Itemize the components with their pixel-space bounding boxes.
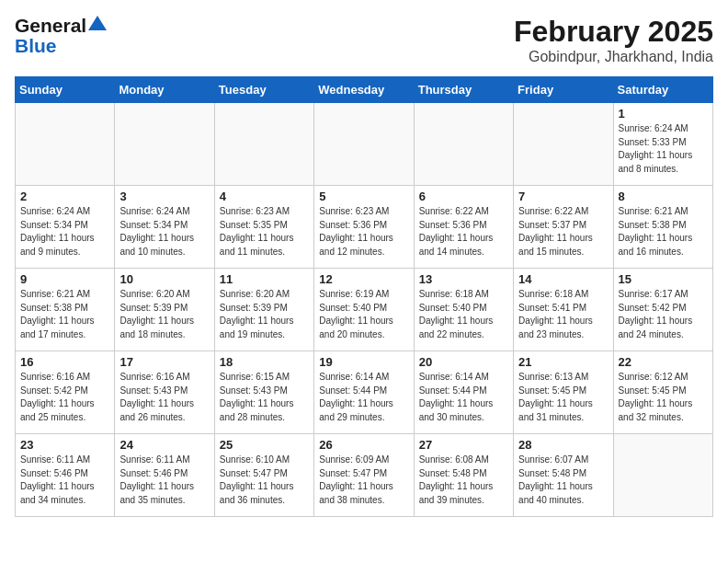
day-number: 15 <box>619 272 708 286</box>
calendar-cell <box>16 103 115 186</box>
day-detail: Sunrise: 6:16 AMSunset: 5:42 PMDaylight:… <box>20 371 109 424</box>
weekday-header-wednesday: Wednesday <box>314 77 414 103</box>
day-number: 25 <box>220 438 309 452</box>
day-detail: Sunrise: 6:17 AMSunset: 5:42 PMDaylight:… <box>619 288 708 341</box>
logo: General Blue <box>15 15 107 57</box>
day-number: 10 <box>119 272 209 286</box>
day-number: 14 <box>518 272 608 286</box>
day-detail: Sunrise: 6:18 AMSunset: 5:41 PMDaylight:… <box>518 288 608 341</box>
day-number: 8 <box>619 190 708 203</box>
day-detail: Sunrise: 6:18 AMSunset: 5:40 PMDaylight:… <box>419 288 508 341</box>
calendar-cell <box>115 103 214 186</box>
header: General Blue February 2025 Gobindpur, Jh… <box>15 15 713 65</box>
day-detail: Sunrise: 6:20 AMSunset: 5:39 PMDaylight:… <box>220 288 309 341</box>
day-number: 13 <box>419 272 508 286</box>
week-row-3: 9Sunrise: 6:21 AMSunset: 5:38 PMDaylight… <box>16 269 713 351</box>
day-detail: Sunrise: 6:15 AMSunset: 5:43 PMDaylight:… <box>220 371 309 424</box>
day-detail: Sunrise: 6:07 AMSunset: 5:48 PMDaylight:… <box>518 454 608 507</box>
day-number: 19 <box>319 355 408 369</box>
calendar-cell <box>613 434 712 517</box>
day-number: 23 <box>20 438 109 452</box>
day-number: 11 <box>220 272 309 286</box>
calendar-cell: 24Sunrise: 6:11 AMSunset: 5:46 PMDayligh… <box>115 434 214 517</box>
day-detail: Sunrise: 6:16 AMSunset: 5:43 PMDaylight:… <box>119 371 209 424</box>
week-row-1: 1Sunrise: 6:24 AMSunset: 5:33 PMDaylight… <box>16 103 713 186</box>
calendar-cell: 19Sunrise: 6:14 AMSunset: 5:44 PMDayligh… <box>314 351 414 434</box>
calendar-cell: 15Sunrise: 6:17 AMSunset: 5:42 PMDayligh… <box>613 269 712 351</box>
day-number: 12 <box>319 272 408 286</box>
week-row-5: 23Sunrise: 6:11 AMSunset: 5:46 PMDayligh… <box>16 434 713 517</box>
calendar-cell: 23Sunrise: 6:11 AMSunset: 5:46 PMDayligh… <box>16 434 115 517</box>
weekday-header-thursday: Thursday <box>414 77 513 103</box>
day-number: 22 <box>619 355 708 369</box>
calendar-cell <box>414 103 513 186</box>
calendar-cell: 21Sunrise: 6:13 AMSunset: 5:45 PMDayligh… <box>514 351 613 434</box>
day-number: 2 <box>20 190 109 203</box>
day-detail: Sunrise: 6:22 AMSunset: 5:37 PMDaylight:… <box>518 205 608 259</box>
calendar-cell: 10Sunrise: 6:20 AMSunset: 5:39 PMDayligh… <box>115 269 214 351</box>
calendar-cell: 25Sunrise: 6:10 AMSunset: 5:47 PMDayligh… <box>214 434 313 517</box>
weekday-header-sunday: Sunday <box>16 77 115 103</box>
day-detail: Sunrise: 6:24 AMSunset: 5:33 PMDaylight:… <box>619 122 708 176</box>
day-number: 20 <box>419 355 508 369</box>
day-number: 6 <box>419 190 508 203</box>
day-number: 26 <box>319 438 408 452</box>
day-number: 21 <box>518 355 608 369</box>
weekday-header-saturday: Saturday <box>613 77 712 103</box>
day-detail: Sunrise: 6:10 AMSunset: 5:47 PMDaylight:… <box>220 454 309 507</box>
calendar-cell <box>514 103 613 186</box>
calendar-cell: 12Sunrise: 6:19 AMSunset: 5:40 PMDayligh… <box>314 269 414 351</box>
calendar-cell <box>214 103 313 186</box>
day-detail: Sunrise: 6:23 AMSunset: 5:36 PMDaylight:… <box>319 205 408 259</box>
weekday-header-tuesday: Tuesday <box>214 77 313 103</box>
weekday-header-row: SundayMondayTuesdayWednesdayThursdayFrid… <box>16 77 713 103</box>
day-number: 18 <box>220 355 309 369</box>
calendar-cell: 18Sunrise: 6:15 AMSunset: 5:43 PMDayligh… <box>214 351 313 434</box>
calendar-cell: 17Sunrise: 6:16 AMSunset: 5:43 PMDayligh… <box>115 351 214 434</box>
day-detail: Sunrise: 6:23 AMSunset: 5:35 PMDaylight:… <box>220 205 309 259</box>
day-detail: Sunrise: 6:20 AMSunset: 5:39 PMDaylight:… <box>119 288 209 341</box>
week-row-4: 16Sunrise: 6:16 AMSunset: 5:42 PMDayligh… <box>16 351 713 434</box>
day-detail: Sunrise: 6:12 AMSunset: 5:45 PMDaylight:… <box>619 371 708 424</box>
calendar-cell: 7Sunrise: 6:22 AMSunset: 5:37 PMDaylight… <box>514 186 613 269</box>
day-detail: Sunrise: 6:24 AMSunset: 5:34 PMDaylight:… <box>119 205 209 259</box>
calendar-cell: 4Sunrise: 6:23 AMSunset: 5:35 PMDaylight… <box>214 186 313 269</box>
calendar-cell: 26Sunrise: 6:09 AMSunset: 5:47 PMDayligh… <box>314 434 414 517</box>
day-detail: Sunrise: 6:11 AMSunset: 5:46 PMDaylight:… <box>20 454 109 507</box>
calendar-cell: 6Sunrise: 6:22 AMSunset: 5:36 PMDaylight… <box>414 186 513 269</box>
calendar-cell: 28Sunrise: 6:07 AMSunset: 5:48 PMDayligh… <box>514 434 613 517</box>
calendar-cell: 1Sunrise: 6:24 AMSunset: 5:33 PMDaylight… <box>613 103 712 186</box>
day-number: 28 <box>518 438 608 452</box>
week-row-2: 2Sunrise: 6:24 AMSunset: 5:34 PMDaylight… <box>16 186 713 269</box>
calendar-cell: 27Sunrise: 6:08 AMSunset: 5:48 PMDayligh… <box>414 434 513 517</box>
calendar-cell: 2Sunrise: 6:24 AMSunset: 5:34 PMDaylight… <box>16 186 115 269</box>
day-number: 1 <box>619 107 708 121</box>
day-detail: Sunrise: 6:22 AMSunset: 5:36 PMDaylight:… <box>419 205 508 259</box>
day-number: 17 <box>119 355 209 369</box>
day-number: 9 <box>20 272 109 286</box>
day-number: 5 <box>319 190 408 203</box>
month-title: February 2025 <box>514 15 713 49</box>
calendar-cell: 22Sunrise: 6:12 AMSunset: 5:45 PMDayligh… <box>613 351 712 434</box>
day-number: 4 <box>220 190 309 203</box>
calendar-table: SundayMondayTuesdayWednesdayThursdayFrid… <box>15 76 713 517</box>
calendar-cell: 9Sunrise: 6:21 AMSunset: 5:38 PMDaylight… <box>16 269 115 351</box>
calendar-cell: 3Sunrise: 6:24 AMSunset: 5:34 PMDaylight… <box>115 186 214 269</box>
calendar-cell: 13Sunrise: 6:18 AMSunset: 5:40 PMDayligh… <box>414 269 513 351</box>
day-number: 27 <box>419 438 508 452</box>
day-detail: Sunrise: 6:24 AMSunset: 5:34 PMDaylight:… <box>20 205 109 259</box>
day-detail: Sunrise: 6:21 AMSunset: 5:38 PMDaylight:… <box>20 288 109 341</box>
day-number: 7 <box>518 190 608 203</box>
day-detail: Sunrise: 6:14 AMSunset: 5:44 PMDaylight:… <box>319 371 408 424</box>
calendar-cell: 8Sunrise: 6:21 AMSunset: 5:38 PMDaylight… <box>613 186 712 269</box>
day-detail: Sunrise: 6:19 AMSunset: 5:40 PMDaylight:… <box>319 288 408 341</box>
calendar-cell <box>314 103 414 186</box>
day-detail: Sunrise: 6:13 AMSunset: 5:45 PMDaylight:… <box>518 371 608 424</box>
day-detail: Sunrise: 6:11 AMSunset: 5:46 PMDaylight:… <box>119 454 209 507</box>
day-detail: Sunrise: 6:21 AMSunset: 5:38 PMDaylight:… <box>619 205 708 259</box>
day-detail: Sunrise: 6:09 AMSunset: 5:47 PMDaylight:… <box>319 454 408 507</box>
day-detail: Sunrise: 6:08 AMSunset: 5:48 PMDaylight:… <box>419 454 508 507</box>
svg-marker-0 <box>88 16 107 30</box>
day-detail: Sunrise: 6:14 AMSunset: 5:44 PMDaylight:… <box>419 371 508 424</box>
day-number: 3 <box>119 190 209 203</box>
